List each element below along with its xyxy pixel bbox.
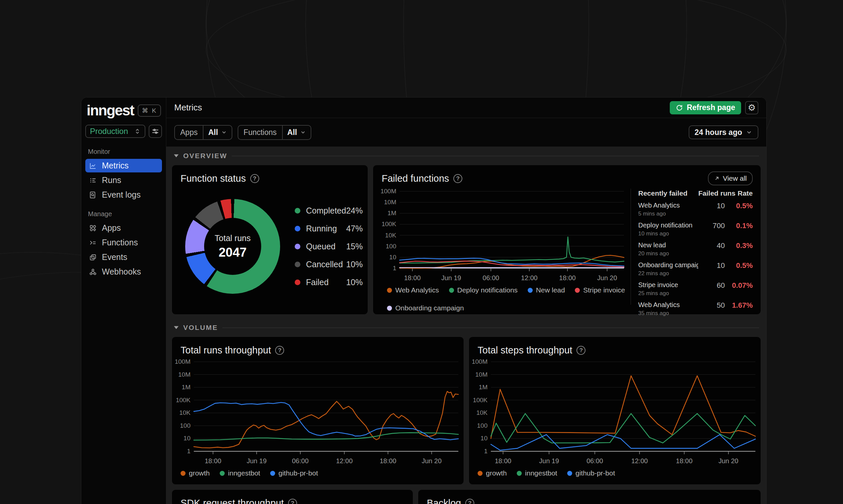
svg-text:1: 1 [393, 265, 396, 272]
column-header-rate: Rate [725, 189, 753, 197]
chart-legend-item[interactable]: growth [478, 469, 507, 477]
legend-item-cancelled[interactable]: Cancelled 10% [295, 259, 363, 269]
chart-legend-item[interactable]: Stripe invoice [575, 286, 625, 294]
chart-legend-item[interactable]: inngestbot [517, 469, 557, 477]
panel-title: Total steps throughput [478, 345, 572, 356]
total-runs-throughput-panel: Total runs throughput ? 11010010K100K1M1… [172, 337, 464, 485]
failed-runs-count: 60 [698, 281, 725, 290]
table-row[interactable]: New lead20 mins ago 40 0.3% [638, 241, 753, 257]
svg-text:06:00: 06:00 [586, 457, 603, 465]
legend-label: Cancelled [306, 259, 346, 269]
help-icon[interactable]: ? [288, 499, 297, 504]
failed-functions-panel: Failed functions ? View all 11010010K100… [373, 165, 761, 315]
chart-legend-item[interactable]: github-pr-bot [270, 469, 318, 477]
apps-filter[interactable]: Apps All [174, 125, 232, 140]
chart-line-icon [89, 162, 97, 170]
svg-text:10M: 10M [384, 199, 396, 205]
legend-item-running[interactable]: Running 47% [295, 224, 363, 233]
help-icon[interactable]: ? [465, 499, 474, 504]
legend-value: 15% [346, 242, 363, 251]
table-row[interactable]: Deploy notification10 mins ago 700 0.1% [638, 221, 753, 237]
refresh-page-label: Refresh page [687, 103, 735, 112]
chart-legend-item[interactable]: Web Analytics [387, 286, 439, 294]
svg-text:10M: 10M [475, 371, 487, 378]
time-range-selector[interactable]: 24 hours ago [689, 125, 758, 139]
settings-button[interactable]: ⚙ [745, 101, 758, 114]
chart-legend-item[interactable]: New lead [528, 286, 565, 294]
sidebar-item-events[interactable]: Events [85, 250, 162, 264]
table-row[interactable]: Web Analytics5 mins ago 10 0.5% [638, 202, 753, 217]
sidebar-item-label: Runs [102, 175, 121, 185]
legend-item-queued[interactable]: Queued 15% [295, 242, 363, 251]
table-row[interactable]: Web Analytics35 mins ago 50 1.67% [638, 301, 753, 317]
chart-legend-item[interactable]: inngestbot [220, 469, 260, 477]
table-row[interactable]: Onboarding campaign22 mins ago 10 0.5% [638, 261, 753, 277]
svg-text:18:00: 18:00 [676, 457, 693, 465]
svg-text:100M: 100M [175, 358, 190, 365]
total-steps-chart-legend: growth inngestbot github-pr-bot [469, 467, 761, 477]
sidebar-item-metrics[interactable]: Metrics [85, 159, 162, 173]
manage-section-label: Manage [88, 210, 159, 218]
legend-label: growth [189, 469, 210, 477]
sidebar-item-runs[interactable]: Runs [85, 174, 162, 187]
function-status-donut[interactable]: Total runs 2047 [185, 199, 280, 294]
refresh-page-button[interactable]: Refresh page [670, 101, 741, 114]
svg-text:100: 100 [180, 422, 190, 429]
column-header-recently-failed: Recently failed [638, 189, 698, 197]
legend-label: Queued [306, 242, 346, 251]
backlog-panel: Backlog ? [418, 489, 761, 504]
legend-label: Onboarding campaign [395, 304, 464, 312]
collapse-triangle-icon [174, 154, 179, 158]
svg-text:06:00: 06:00 [483, 274, 499, 282]
chevron-down-icon [746, 129, 752, 136]
legend-item-completed[interactable]: Completed 24% [295, 206, 363, 216]
help-icon[interactable]: ? [250, 174, 259, 183]
legend-dot [387, 288, 392, 293]
sliders-icon [151, 127, 159, 135]
functions-filter[interactable]: Functions All [238, 125, 311, 140]
time-range-value: 24 hours ago [695, 128, 742, 137]
legend-item-failed[interactable]: Failed 10% [295, 277, 363, 287]
chart-legend-item[interactable]: github-pr-bot [567, 469, 615, 477]
function-name: Deploy notification [638, 221, 698, 229]
total-steps-throughput-chart[interactable]: 11010010K100K1M10M100M18:00Jun 1906:0012… [469, 357, 761, 467]
sidebar-item-webhooks[interactable]: Webhooks [85, 265, 162, 278]
view-all-button[interactable]: View all [708, 172, 753, 185]
help-icon[interactable]: ? [275, 346, 284, 355]
chart-legend-item[interactable]: Deploy notifications [449, 286, 518, 294]
svg-text:100M: 100M [380, 188, 396, 195]
legend-dot [295, 280, 300, 285]
functions-filter-value: All [288, 128, 297, 137]
svg-text:100: 100 [477, 422, 487, 429]
legend-dot [295, 262, 300, 267]
svg-text:100K: 100K [382, 220, 397, 228]
gear-icon: ⚙ [748, 103, 756, 113]
function-prompt-icon [89, 239, 97, 247]
failure-rate: 0.3% [725, 241, 753, 250]
sidebar-item-event-logs[interactable]: Event logs [85, 188, 162, 202]
overview-section-toggle[interactable]: OVERVIEW [174, 151, 759, 161]
failed-time: 5 mins ago [638, 211, 698, 217]
help-icon[interactable]: ? [453, 174, 462, 183]
sidebar-item-apps[interactable]: Apps [85, 221, 162, 235]
table-row[interactable]: Stripe invoice25 mins ago 60 0.07% [638, 281, 753, 297]
legend-label: Deploy notifications [457, 286, 518, 294]
failed-runs-count: 700 [698, 221, 725, 230]
svg-text:100K: 100K [176, 397, 191, 403]
environment-filter-button[interactable] [149, 125, 162, 138]
help-icon[interactable]: ? [577, 346, 585, 355]
volume-section-toggle[interactable]: VOLUME [174, 323, 759, 332]
sidebar-item-functions[interactable]: Functions [85, 236, 162, 249]
chart-legend-item[interactable]: Onboarding campaign [387, 304, 464, 312]
failed-functions-chart[interactable]: 11010010K100K1M10M100M18:00Jun 1906:0012… [378, 187, 629, 284]
failed-functions-chart-legend: Web Analytics Deploy notifications New l… [378, 284, 629, 312]
view-all-label: View all [723, 175, 747, 182]
chart-legend-item[interactable]: growth [180, 469, 210, 477]
svg-text:1: 1 [187, 448, 190, 455]
command-k-shortcut-badge[interactable]: ⌘ K [138, 105, 161, 117]
environment-selector[interactable]: Production [85, 125, 145, 138]
legend-dot [449, 288, 454, 293]
total-runs-throughput-chart[interactable]: 11010010K100K1M10M100M18:00Jun 1906:0012… [172, 357, 464, 467]
svg-text:Jun 20: Jun 20 [719, 457, 738, 465]
svg-text:10: 10 [389, 254, 396, 260]
